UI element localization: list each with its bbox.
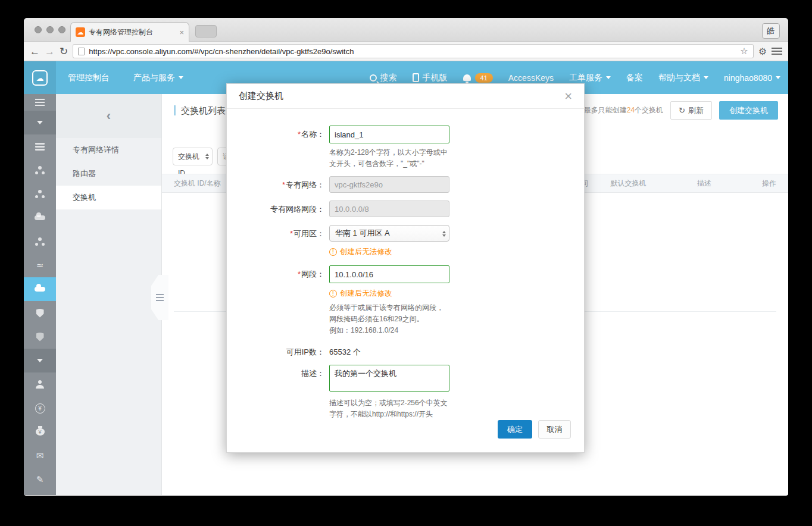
warning-icon: ! [329,248,337,256]
name-input[interactable] [329,126,449,143]
close-icon[interactable]: × [564,90,572,103]
rail-item-feedback[interactable]: ✎ [24,468,56,491]
shield-chart-icon [36,333,44,342]
zone-select[interactable]: 华南 1 可用区 A [329,225,449,242]
shield-icon [36,309,44,318]
refresh-button[interactable]: ↻刷新 [670,101,712,120]
rail-item-funds[interactable]: ¥ [24,420,56,444]
product-icon-rail: ≈ ¥ ¥ ✉ ✎ [24,94,56,495]
gear-icon[interactable]: ⚙ [758,46,767,57]
sidebar-item-switch[interactable]: 交换机 [56,186,161,209]
pencil-icon: ✎ [36,474,44,485]
chevron-down-icon [179,76,183,79]
confirm-button[interactable]: 确定 [498,420,532,439]
column-header-actions: 操作 [740,179,776,189]
rail-item-security-shield[interactable] [24,301,56,325]
nav-user-menu[interactable]: ninghao8080 [716,61,788,94]
vpc-cloud-icon [35,287,45,292]
page-security-icon [78,48,85,55]
zoom-window-button[interactable] [58,26,65,33]
server-icon [35,143,45,145]
forward-icon[interactable]: → [45,46,55,57]
browser-profile-button[interactable]: 皓 [762,23,780,39]
browser-tab[interactable]: ☁ 专有网络管理控制台 × [70,22,189,42]
person-icon [36,380,44,389]
rail-item-network[interactable] [24,230,56,253]
dialog-title: 创建交换机 [239,90,283,102]
vpc-id-input [329,176,449,193]
cidr-input[interactable] [329,265,449,283]
rail-item-monitor-shield[interactable] [24,325,56,349]
address-bar[interactable]: https://vpc.console.aliyun.com/#/vpc/cn-… [73,44,753,58]
tab-favicon-cloud-icon: ☁ [76,27,85,37]
phone-icon [413,73,419,82]
zone-label: *可用区： [227,225,329,257]
minimize-window-button[interactable] [46,26,54,33]
notification-badge: 41 [475,73,493,83]
rail-item-ecs[interactable] [24,134,56,158]
chevron-down-icon [704,76,708,79]
reload-icon[interactable]: ↻ [60,46,68,57]
mail-icon: ✉ [36,450,44,461]
nav-console[interactable]: 管理控制台 [56,61,121,94]
chevron-down-icon [37,359,43,362]
rail-item-billing[interactable]: ¥ [24,396,56,420]
search-icon [370,74,377,82]
browser-menu-icon[interactable] [772,48,782,49]
cancel-button[interactable]: 取消 [538,420,571,439]
users-group-icon [35,166,45,174]
cidr-label: *网段： [227,265,329,336]
quota-text: 络最多只能创建24个交换机 [577,105,663,115]
nav-products-menu[interactable]: 产品与服务 [121,61,195,94]
rail-menu-toggle[interactable] [24,94,56,111]
back-icon[interactable]: ← [30,46,40,57]
rail-item-messages[interactable]: ✉ [24,444,56,468]
ip-count-value: 65532 个 [329,347,361,356]
rail-item-express-connect[interactable]: ≈ [24,253,56,277]
nav-help-menu[interactable]: 帮助与文档 [651,61,716,94]
sidebar-item-vpc-detail[interactable]: 专有网络详情 [56,138,161,162]
required-mark: * [282,180,285,189]
ip-count-label: 可用IP数： [227,343,329,361]
rail-item-slb[interactable] [24,182,56,206]
sidebar-back[interactable]: ‹ [56,94,161,138]
rail-item-vpc-active[interactable] [24,277,56,301]
yuan-circle-icon: ¥ [35,403,45,414]
create-switch-button[interactable]: 创建交换机 [719,101,778,120]
warning-icon: ! [329,290,337,298]
chevron-down-icon [776,76,780,79]
required-mark: * [290,229,293,238]
sidebar-item-router[interactable]: 路由器 [56,162,161,186]
chevron-left-icon: ‹ [107,109,111,123]
vpc-sidebar: ‹ 专有网络详情 路由器 交换机 [56,94,162,495]
column-header-default-switch: 默认交换机 [588,179,669,189]
new-tab-button[interactable] [195,25,217,37]
close-window-button[interactable] [35,26,42,33]
rail-section-collapse[interactable] [24,111,56,134]
description-helper: 描述可以为空；或填写2-256个中英文 字符，不能以http://和https:… [329,397,449,420]
rail-item-account[interactable] [24,372,56,396]
rail-item-cdn[interactable] [24,206,56,230]
chevron-down-icon [606,76,611,79]
filter-field-select[interactable]: 交换机ID [173,148,213,165]
rail-item-security-group[interactable] [24,158,56,182]
page-title: 交换机列表 [174,105,226,115]
bell-icon [463,74,471,81]
url-text[interactable]: https://vpc.console.aliyun.com/#/vpc/cn-… [89,47,736,56]
chevron-down-icon [37,121,43,124]
nav-beian[interactable]: 备案 [619,61,651,94]
name-helper: 名称为2-128个字符，以大小字母或中 文开头，可包含数字，"_"或"-" [329,147,449,170]
tab-close-icon[interactable]: × [179,28,184,37]
select-arrows-icon [205,154,209,159]
browser-titlebar: ☁ 专有网络管理控制台 × 皓 [24,18,788,42]
description-textarea[interactable]: 我的第一个交换机 [329,365,449,392]
vpc-cidr-label: 专有网络网段： [227,201,329,218]
description-label: 描述： [227,365,329,420]
cidr-warning: !创建后无法修改 [329,289,449,299]
rail-section-collapse-2[interactable] [24,349,56,372]
tab-title: 专有网络管理控制台 [89,27,176,37]
required-mark: * [298,270,301,278]
bookmark-star-icon[interactable]: ☆ [740,46,748,57]
network-nodes-icon [35,237,45,246]
aliyun-logo[interactable]: ☁ [24,61,56,94]
